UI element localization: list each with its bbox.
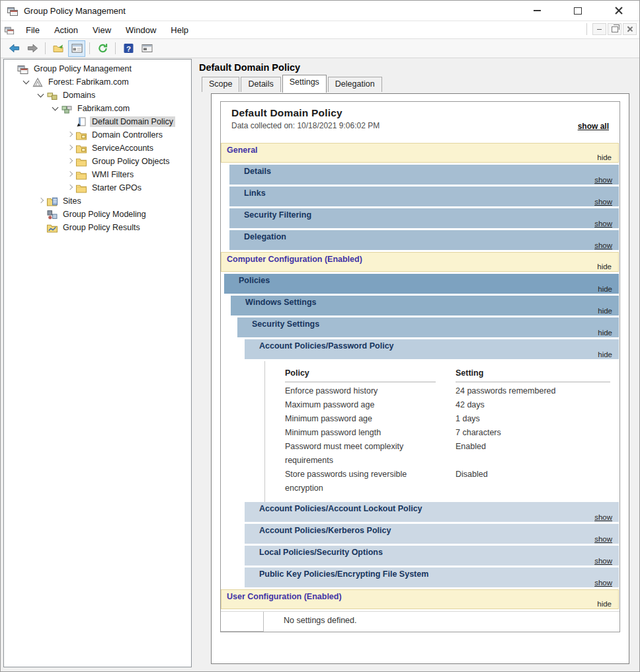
tree-item-label: Domains: [61, 90, 97, 101]
hide-link[interactable]: hide: [598, 329, 612, 337]
tree-item-wmi-filters[interactable]: WMI Filters: [4, 168, 191, 181]
show-all-link[interactable]: show all: [578, 122, 609, 131]
mdi-restore-button[interactable]: [608, 23, 621, 35]
tab-details[interactable]: Details: [241, 77, 280, 92]
tree-item-label: Group Policy Management: [32, 63, 134, 74]
password-policy-table: PolicySettingEnforce password history24 …: [264, 361, 620, 502]
show-link[interactable]: show: [594, 241, 612, 249]
back-arrow-icon: [9, 43, 20, 54]
tree-item-sites[interactable]: Sites: [4, 194, 191, 208]
menu-help[interactable]: Help: [163, 22, 196, 38]
close-button[interactable]: [598, 1, 639, 21]
settings-report-viewport[interactable]: Default Domain Policy Data collected on:…: [211, 93, 629, 664]
show-link[interactable]: show: [594, 557, 612, 565]
tab-delegation[interactable]: Delegation: [328, 77, 382, 92]
tree-item-group-policy-management[interactable]: Group Policy Management: [4, 62, 191, 75]
tab-scope[interactable]: Scope: [202, 77, 239, 92]
ou-icon: [75, 144, 87, 153]
show-link[interactable]: show: [594, 579, 612, 587]
section-label: Details: [244, 167, 271, 176]
app-icon: [7, 6, 19, 16]
menu-window[interactable]: Window: [118, 22, 163, 38]
forward-button[interactable]: [24, 40, 41, 57]
no-chevron: [36, 223, 46, 232]
policy-setting: Enabled: [456, 440, 610, 468]
refresh-button[interactable]: [94, 40, 111, 57]
tree-item-group-policy-modeling[interactable]: Group Policy Modeling: [4, 208, 191, 221]
policy-setting: 42 days: [456, 398, 610, 412]
menu-file[interactable]: File: [19, 22, 47, 38]
ou-icon: [75, 130, 87, 140]
policy-row: Maximum password age42 days: [285, 398, 620, 412]
chevron-collapsed-icon[interactable]: [65, 170, 75, 179]
gpo-title: Default Domain Policy: [199, 62, 638, 73]
console-tree-toggle-button[interactable]: [68, 40, 85, 57]
tab-settings[interactable]: Settings: [282, 75, 327, 93]
tree-item-group-policy-objects[interactable]: Group Policy Objects: [4, 155, 191, 168]
export-button[interactable]: [50, 40, 67, 57]
chevron-collapsed-icon[interactable]: [65, 130, 75, 140]
tree-item-domain-controllers[interactable]: Domain Controllers: [4, 128, 191, 142]
hide-link[interactable]: hide: [597, 600, 612, 608]
tree-item-fabrikam-com[interactable]: Fabrikam.com: [4, 102, 191, 115]
section-user-configuration-enabled: User Configuration (Enabled)hide: [221, 589, 619, 609]
console-icon: [5, 26, 15, 34]
hide-link[interactable]: hide: [597, 153, 612, 161]
chevron-collapsed-icon[interactable]: [36, 196, 46, 206]
section-label: Account Policies/Account Lockout Policy: [259, 504, 422, 513]
chevron-expanded-icon[interactable]: [21, 77, 32, 87]
column-header: Policy: [285, 366, 436, 382]
show-link[interactable]: show: [594, 198, 612, 206]
tree-item-domains[interactable]: Domains: [4, 89, 191, 102]
window-title: Group Policy Management: [24, 6, 126, 16]
menu-action[interactable]: Action: [47, 22, 85, 38]
chevron-expanded-icon[interactable]: [50, 104, 61, 113]
folder-icon: [75, 170, 87, 180]
tree-item-serviceaccounts[interactable]: ServiceAccounts: [4, 142, 191, 155]
new-window-button[interactable]: [138, 40, 155, 57]
chevron-expanded-icon[interactable]: [36, 91, 46, 100]
folder-icon: [75, 183, 87, 193]
chevron-collapsed-icon[interactable]: [65, 157, 75, 166]
section-security-settings: Security Settingshide: [237, 317, 619, 337]
section-windows-settings: Windows Settingshide: [231, 296, 619, 315]
hide-link[interactable]: hide: [598, 351, 612, 358]
show-link[interactable]: show: [594, 176, 612, 184]
mdi-close-button[interactable]: [623, 23, 637, 35]
section-computer-configuration-enabled: Computer Configuration (Enabled)hide: [221, 252, 619, 272]
show-link[interactable]: show: [594, 513, 612, 521]
svg-text:?: ?: [126, 45, 130, 53]
section-label: Account Policies/Password Policy: [259, 341, 394, 351]
hide-link[interactable]: hide: [598, 307, 612, 315]
policy-name: Minimum password length: [285, 426, 436, 440]
toolbar: ?: [1, 39, 639, 58]
tree-item-starter-gpos[interactable]: Starter GPOs: [4, 181, 191, 194]
chevron-collapsed-icon[interactable]: [65, 183, 75, 192]
tree-item-group-policy-results[interactable]: Group Policy Results: [4, 221, 191, 234]
menu-bar: FileActionViewWindowHelp: [1, 21, 639, 39]
show-link[interactable]: show: [594, 220, 612, 228]
refresh-icon: [97, 43, 108, 54]
section-general: Generalhide: [221, 143, 619, 163]
tree-item-forest-fabrikam-com[interactable]: Forest: Fabrikam.com: [4, 75, 191, 89]
no-settings-row: No settings defined.: [221, 611, 620, 632]
show-link[interactable]: show: [594, 535, 612, 543]
menu-view[interactable]: View: [85, 22, 118, 38]
minimize-button[interactable]: [516, 1, 557, 21]
tree-item-label: Default Domain Policy: [90, 116, 175, 127]
content-pane: Default Domain Policy ScopeDetailsSettin…: [196, 57, 638, 671]
report-title: Default Domain Policy: [231, 107, 609, 119]
mdi-minimize-button[interactable]: [592, 23, 606, 35]
section-security-filtering: Security Filteringshow: [229, 208, 619, 228]
hide-link[interactable]: hide: [597, 263, 612, 271]
toolbar-separator: [45, 42, 46, 54]
back-button[interactable]: [5, 40, 22, 57]
help-button[interactable]: ?: [120, 40, 137, 57]
tree-item-default-domain-policy[interactable]: Default Domain Policy: [4, 115, 191, 128]
mdi-restore-icon: [612, 26, 618, 32]
console-tree-icon: [71, 43, 83, 54]
chevron-collapsed-icon[interactable]: [65, 144, 75, 153]
hide-link[interactable]: hide: [598, 285, 612, 293]
section-label: Delegation: [244, 232, 286, 241]
maximize-button[interactable]: [557, 1, 598, 21]
